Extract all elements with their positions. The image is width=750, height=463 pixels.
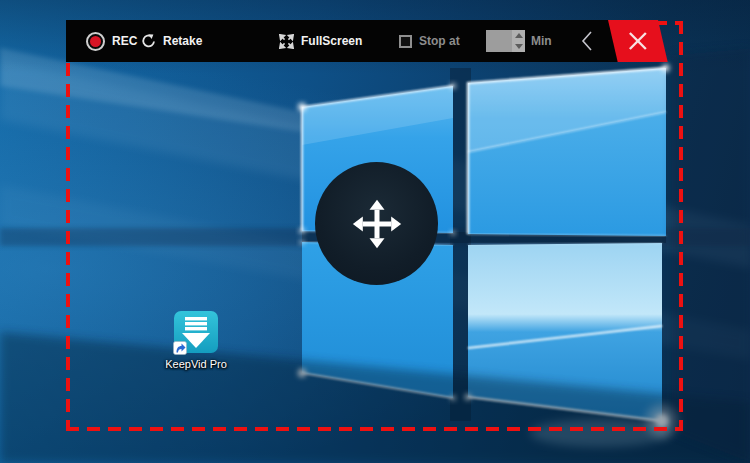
spinner-buttons — [512, 30, 525, 52]
desktop-icon-keepvid-pro[interactable]: KeepVid Pro — [167, 310, 225, 370]
move-arrows-icon — [352, 199, 402, 249]
minutes-input[interactable] — [486, 30, 512, 52]
stop-at-checkbox[interactable]: Stop at — [399, 20, 460, 62]
shortcut-arrow-badge — [174, 342, 187, 355]
screen-recorder-overlay: KeepVid Pro REC Retake F — [0, 0, 750, 463]
keepvid-pro-icon — [173, 310, 219, 356]
retake-icon — [141, 34, 156, 49]
stop-at-label: Stop at — [419, 34, 460, 48]
checkbox-icon — [399, 35, 412, 48]
move-handle[interactable] — [315, 162, 438, 285]
fullscreen-label: FullScreen — [301, 34, 362, 48]
region-border-bottom[interactable] — [66, 427, 683, 431]
rec-button[interactable]: REC — [86, 20, 137, 62]
chevron-left-icon — [581, 30, 593, 52]
record-icon — [86, 32, 105, 51]
close-button[interactable] — [608, 20, 668, 62]
recorder-toolbar: REC Retake FullScreen Stop at — [66, 20, 672, 62]
minutes-spinner[interactable] — [486, 30, 525, 52]
region-border-left[interactable] — [66, 21, 70, 431]
desktop-icon-label: KeepVid Pro — [165, 358, 227, 370]
retake-label: Retake — [163, 34, 202, 48]
region-border-right[interactable] — [679, 21, 683, 431]
spinner-up-icon[interactable] — [512, 30, 525, 41]
collapse-button[interactable] — [570, 20, 604, 62]
close-icon — [626, 29, 650, 53]
retake-button[interactable]: Retake — [141, 20, 202, 62]
rec-label: REC — [112, 34, 137, 48]
spinner-down-icon[interactable] — [512, 41, 525, 52]
min-label: Min — [531, 20, 552, 62]
fullscreen-button[interactable]: FullScreen — [279, 20, 362, 62]
fullscreen-icon — [279, 34, 294, 49]
